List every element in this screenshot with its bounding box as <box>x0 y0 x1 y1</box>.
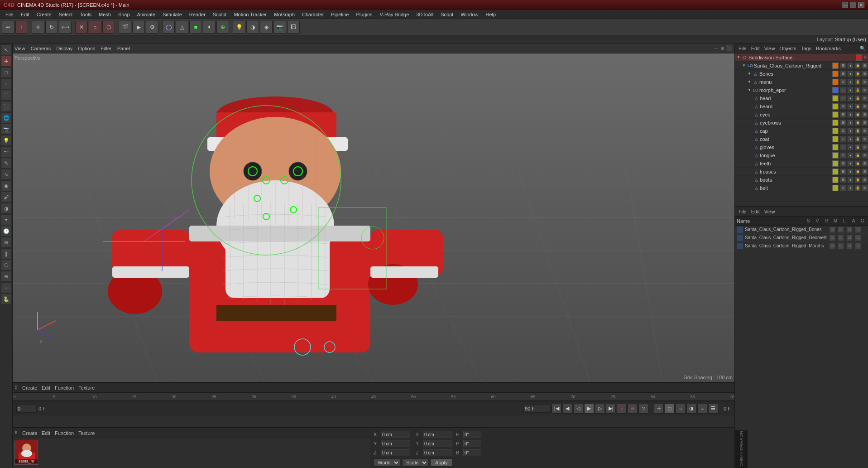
om-lock-icon[interactable]: 🔒 <box>854 95 861 101</box>
tool-spline[interactable]: 〜 <box>1 146 12 157</box>
om-check-icon[interactable]: ☰ <box>840 79 846 85</box>
display-btn[interactable]: ◑ <box>246 21 259 34</box>
am-check-1[interactable]: ☐ <box>838 243 844 249</box>
om-extra-icon[interactable]: ⊞ <box>862 79 868 85</box>
object-tool[interactable]: ◯ <box>162 21 175 34</box>
record-btn[interactable]: ● <box>617 404 627 414</box>
maximize-button[interactable]: □ <box>850 2 856 8</box>
vp-menu-filter[interactable]: Filter <box>101 46 111 51</box>
cm-menu-create[interactable]: Create <box>20 430 39 436</box>
om-check-icon[interactable]: ☰ <box>840 144 846 150</box>
cm-menu-texture[interactable]: Texture <box>77 430 96 436</box>
tool-dynamics[interactable]: ⊗ <box>1 237 12 248</box>
om-check-icon[interactable]: ☰ <box>840 71 846 77</box>
am-check-0[interactable]: ☐ <box>829 235 835 241</box>
tree-triangle[interactable]: ▼ <box>742 63 746 68</box>
om-vis-icon[interactable]: ● <box>847 169 854 175</box>
object-color-swatch[interactable] <box>832 128 839 134</box>
am-check-2[interactable]: ☐ <box>846 227 853 233</box>
om-extra-icon[interactable]: ⊞ <box>862 144 868 150</box>
om-vis-icon[interactable]: ● <box>847 152 854 159</box>
om-extra-icon[interactable]: ⊞ <box>862 152 868 159</box>
object-color-swatch[interactable] <box>832 160 839 167</box>
tree-triangle[interactable]: ▼ <box>737 55 740 59</box>
tl-tool5[interactable]: ≡ <box>697 404 707 414</box>
object-color-swatch[interactable] <box>832 144 839 150</box>
menu-item-help[interactable]: Help <box>482 11 500 18</box>
current-frame-input[interactable] <box>16 405 37 413</box>
om-vis-icon[interactable]: ● <box>847 71 854 77</box>
close-button[interactable]: ✕ <box>858 2 864 8</box>
tool-light[interactable]: 💡 <box>1 135 12 146</box>
cm-menu-edit[interactable]: Edit <box>40 430 52 436</box>
om-extra-icon[interactable]: ⊞ <box>862 185 868 191</box>
object-manager-item[interactable]: △beard☰●🔒⊞ <box>735 102 868 111</box>
am-check-3[interactable]: ☐ <box>855 227 861 233</box>
object-manager-item[interactable]: △belt☰●🔒⊞ <box>735 184 868 192</box>
menu-item-file[interactable]: File <box>2 11 17 18</box>
om-menu-file[interactable]: File <box>737 46 748 51</box>
menu-item-mesh[interactable]: Mesh <box>95 11 115 18</box>
vp-icon-1[interactable]: ↔ <box>714 45 719 51</box>
tool-cursor[interactable]: ↖ <box>1 44 12 55</box>
om-vis-icon[interactable]: ● <box>847 177 854 183</box>
menu-item-tools[interactable]: Tools <box>76 11 95 18</box>
om-lock-icon[interactable]: 🔒 <box>854 169 861 175</box>
tool-extra[interactable]: ≡ <box>1 282 12 293</box>
play-forward[interactable]: ▶ <box>584 404 594 414</box>
object-color-swatch[interactable] <box>832 120 839 126</box>
y-rotation-input[interactable] <box>423 440 452 447</box>
tool3[interactable]: ⬡ <box>102 21 115 34</box>
p-input[interactable] <box>463 440 481 447</box>
menu-item-select[interactable]: Select <box>55 11 77 18</box>
tl-tool6[interactable]: ☰ <box>708 404 718 414</box>
am-check-1[interactable]: ☐ <box>838 227 844 233</box>
om-menu-tags[interactable]: Tags <box>799 46 813 51</box>
attr-manager-item[interactable]: Santa_Claus_Cartoon_Rigged_Geometry☐☐☐☐ <box>735 234 868 242</box>
om-vis-icon[interactable]: ● <box>847 144 854 150</box>
tool-cam[interactable]: 📷 <box>1 124 12 135</box>
menu-item-script[interactable]: Script <box>437 11 457 18</box>
render-btn[interactable]: ▶ <box>132 21 145 34</box>
om-vis-icon[interactable]: ● <box>847 128 854 134</box>
object-color-swatch[interactable] <box>832 152 839 159</box>
vp-icon-3[interactable]: ⬛ <box>726 45 733 51</box>
anim-btn[interactable]: 🎞 <box>287 21 300 34</box>
om-vis-icon[interactable]: ● <box>847 63 854 69</box>
om-lock-icon[interactable]: 🔒 <box>854 136 861 142</box>
x-position-input[interactable] <box>381 431 410 438</box>
om-lock-icon[interactable]: 🔒 <box>854 177 861 183</box>
om-menu-objects[interactable]: Objects <box>777 46 798 51</box>
tool-character[interactable]: 🕐 <box>1 226 12 236</box>
auto-key[interactable]: ⊕ <box>628 404 638 414</box>
tool-paint[interactable]: 🖌 <box>1 192 12 203</box>
tool-snap[interactable]: ⊕ <box>1 271 12 282</box>
play-back[interactable]: ◁ <box>573 404 583 414</box>
om-extra-icon[interactable]: ⊞ <box>862 169 868 175</box>
om-lock-icon[interactable]: 🔒 <box>854 160 861 167</box>
object-manager-item[interactable]: △head☰●🔒⊞ <box>735 94 868 102</box>
tool-move[interactable]: ✛ <box>1 56 12 67</box>
object-manager-item[interactable]: △boots☰●🔒⊞ <box>735 176 868 184</box>
object-color-swatch[interactable] <box>832 103 839 110</box>
key-all[interactable]: ? <box>638 404 648 414</box>
shading-btn[interactable]: ◈ <box>260 21 273 34</box>
tool2[interactable]: ○ <box>89 21 101 34</box>
om-vis-icon[interactable]: ● <box>847 87 854 93</box>
rotate-tool[interactable]: ↻ <box>45 21 58 34</box>
am-check-0[interactable]: ☐ <box>829 227 835 233</box>
object-manager-item[interactable]: ▼LOmorph_epxr☰●🔒⊞ <box>735 86 868 94</box>
om-extra-icon[interactable]: ⊞ <box>862 177 868 183</box>
end-frame-input[interactable] <box>523 405 551 413</box>
transform-mode-select[interactable]: Scale <box>402 458 428 467</box>
z-rotation-input[interactable] <box>423 449 452 456</box>
am-menu-file[interactable]: File <box>737 209 748 214</box>
om-extra-icon[interactable]: ⊞ <box>862 87 868 93</box>
object-color-swatch[interactable] <box>832 185 839 191</box>
menu-item-create[interactable]: Create <box>33 11 55 18</box>
tool-hair[interactable]: ∥ <box>1 248 12 259</box>
om-lock-icon[interactable]: 🔒 <box>854 185 861 191</box>
attr-manager-item[interactable]: Santa_Claus_Cartoon_Rigged_Bones☐☐☐☐ <box>735 226 868 234</box>
edge-tool[interactable]: ■ <box>189 21 202 34</box>
object-manager-item[interactable]: △gloves☰●🔒⊞ <box>735 143 868 151</box>
